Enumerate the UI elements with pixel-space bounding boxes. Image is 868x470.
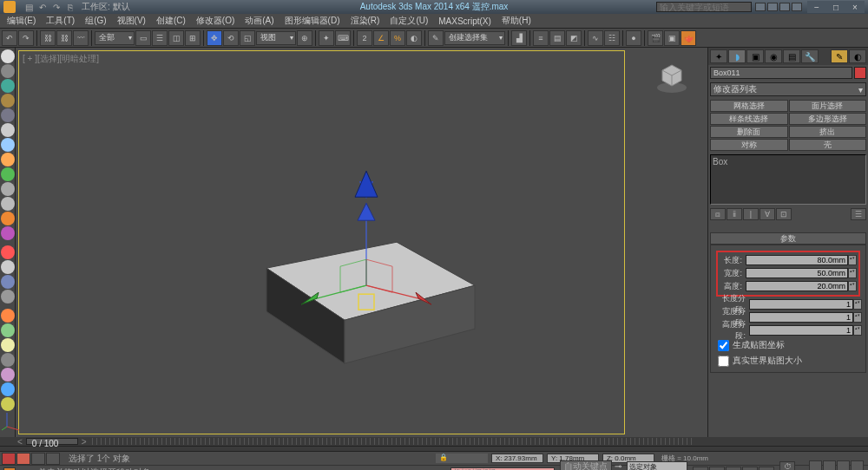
- tab-modify[interactable]: ◗: [728, 49, 746, 63]
- workspace-label[interactable]: 工作区: 默认: [82, 1, 130, 13]
- render-frame-button[interactable]: ▣: [664, 30, 680, 46]
- spinner-snap-button[interactable]: ◐: [406, 30, 422, 46]
- topo-icon[interactable]: [1, 108, 15, 122]
- close-button[interactable]: ×: [845, 1, 865, 13]
- isolate-mini-icon[interactable]: [31, 453, 45, 465]
- qat-undo-icon[interactable]: ↶: [36, 1, 49, 13]
- sphere-icon[interactable]: [1, 153, 15, 166]
- time-slider[interactable]: <0 / 100>: [0, 437, 868, 446]
- snap-angle-button[interactable]: ∠: [373, 30, 389, 46]
- redo-button[interactable]: ↷: [18, 30, 34, 46]
- height-spinner[interactable]: ▴▾: [848, 281, 857, 291]
- spacewarp-icon[interactable]: [1, 275, 15, 289]
- render-button[interactable]: 🫖: [681, 30, 696, 46]
- goto-start-button[interactable]: ⏮: [693, 467, 708, 471]
- lseg-input[interactable]: [749, 299, 853, 310]
- torus-icon[interactable]: [1, 197, 15, 211]
- menu-group[interactable]: 组(G): [80, 15, 111, 27]
- menu-modifiers[interactable]: 修改器(O): [191, 15, 240, 27]
- tab-display[interactable]: ▤: [783, 49, 800, 63]
- height-input[interactable]: [746, 281, 848, 291]
- help-search-input[interactable]: [656, 2, 752, 12]
- pivot-button[interactable]: ⊕: [297, 30, 312, 46]
- snap-percent-button[interactable]: %: [390, 30, 405, 46]
- bind-space-warp-button[interactable]: 〰: [73, 30, 89, 46]
- btn-extrude[interactable]: 挤出: [789, 126, 867, 138]
- width-input[interactable]: [746, 268, 848, 278]
- btn-spline-select[interactable]: 样条线选择: [710, 113, 788, 125]
- rollup-header[interactable]: 参数: [710, 232, 866, 245]
- key-mode-icon[interactable]: ⊸: [615, 461, 625, 471]
- viewcube[interactable]: [654, 58, 690, 95]
- comm-center-icon[interactable]: [3, 467, 16, 471]
- menu-grapheditors[interactable]: 图形编辑器(D): [279, 15, 345, 27]
- shape-icon[interactable]: [1, 123, 15, 137]
- prev-frame-button[interactable]: ◂: [709, 467, 725, 471]
- zoom-button[interactable]: [809, 460, 822, 470]
- btn-mesh-select[interactable]: 网格选择: [710, 100, 788, 112]
- move-button[interactable]: ✥: [207, 30, 222, 46]
- graphite-button[interactable]: ◩: [566, 30, 582, 46]
- qat-redo-icon[interactable]: ↷: [50, 1, 62, 13]
- dividers-icon[interactable]: [1, 260, 15, 274]
- menu-edit[interactable]: 编辑(E): [2, 15, 41, 27]
- tab-motion[interactable]: ◉: [765, 49, 782, 63]
- sets-button[interactable]: ☰: [851, 208, 866, 220]
- ref-coord-dropdown[interactable]: 视图: [256, 31, 296, 45]
- autokey-button[interactable]: 自动关键点: [560, 460, 612, 470]
- infocenter-icon[interactable]: [755, 3, 766, 11]
- stack-item[interactable]: Box: [713, 157, 727, 166]
- link-button[interactable]: ⛓: [40, 30, 56, 46]
- undo-button[interactable]: ↶: [2, 30, 17, 46]
- populate-icon[interactable]: [1, 94, 15, 108]
- cone-icon[interactable]: [1, 212, 15, 225]
- wseg-spinner[interactable]: ▴▾: [853, 312, 862, 323]
- lock-mini-icon[interactable]: [46, 453, 60, 465]
- remove-mod-button[interactable]: ∀: [760, 208, 775, 220]
- selection-filter-dropdown[interactable]: 全部: [95, 31, 135, 45]
- listener-mini-icon[interactable]: [16, 453, 30, 465]
- edit-named-sel-button[interactable]: ✎: [428, 30, 444, 46]
- next-frame-button[interactable]: ▸: [742, 467, 758, 471]
- qat-link-icon[interactable]: ⎘: [64, 1, 76, 13]
- tab-lock-icon[interactable]: ✎: [831, 49, 848, 63]
- window-crossing-button[interactable]: ⊞: [185, 30, 201, 46]
- show-end-result-button[interactable]: ⅱ: [727, 208, 742, 220]
- select-by-name-button[interactable]: ☰: [152, 30, 168, 46]
- viewport[interactable]: [ + ][选择][明暗处理]: [16, 48, 707, 437]
- help-icon[interactable]: [792, 3, 802, 11]
- schematic-view-button[interactable]: ☷: [604, 30, 620, 46]
- qat-new-icon[interactable]: ▤: [23, 1, 35, 13]
- width-spinner[interactable]: ▴▾: [848, 268, 857, 278]
- menu-animation[interactable]: 动画(A): [240, 15, 279, 27]
- btn-poly-select[interactable]: 多边形选择: [789, 113, 867, 125]
- menu-view[interactable]: 视图(V): [112, 15, 151, 27]
- length-spinner[interactable]: ▴▾: [848, 255, 857, 265]
- wseg-input[interactable]: [749, 312, 853, 323]
- menu-help[interactable]: 帮助(H): [496, 15, 536, 27]
- geosphere-icon[interactable]: [1, 226, 15, 240]
- btn-shell[interactable]: 壳: [789, 139, 867, 151]
- nurbs-icon[interactable]: [1, 382, 15, 396]
- freeform-icon[interactable]: [1, 49, 15, 63]
- paint-icon[interactable]: [1, 64, 15, 78]
- menu-create[interactable]: 创建(C): [151, 15, 191, 27]
- object-paint-icon[interactable]: [1, 79, 15, 93]
- select-region-button[interactable]: ◫: [168, 30, 184, 46]
- curve-editor-button[interactable]: ∿: [588, 30, 603, 46]
- tube-icon[interactable]: [1, 182, 15, 196]
- config-button[interactable]: ⊡: [776, 208, 792, 220]
- modifier-list-dropdown[interactable]: 修改器列表▾: [710, 82, 866, 96]
- patch-icon[interactable]: [1, 368, 15, 382]
- zoom-extents-button[interactable]: [837, 460, 850, 470]
- helpers-icon[interactable]: [1, 245, 15, 259]
- lseg-spinner[interactable]: ▴▾: [853, 299, 862, 310]
- maxscript-mini-icon[interactable]: [2, 453, 16, 465]
- align-button[interactable]: ≡: [533, 30, 549, 46]
- tab-extra-icon[interactable]: ◐: [849, 49, 866, 63]
- hseg-input[interactable]: [749, 325, 853, 336]
- menu-tools[interactable]: 工具(T): [41, 15, 80, 27]
- gen-mapping-checkbox[interactable]: [718, 340, 729, 351]
- scale-button[interactable]: ◱: [240, 30, 255, 46]
- layer-manager-button[interactable]: ▤: [549, 30, 565, 46]
